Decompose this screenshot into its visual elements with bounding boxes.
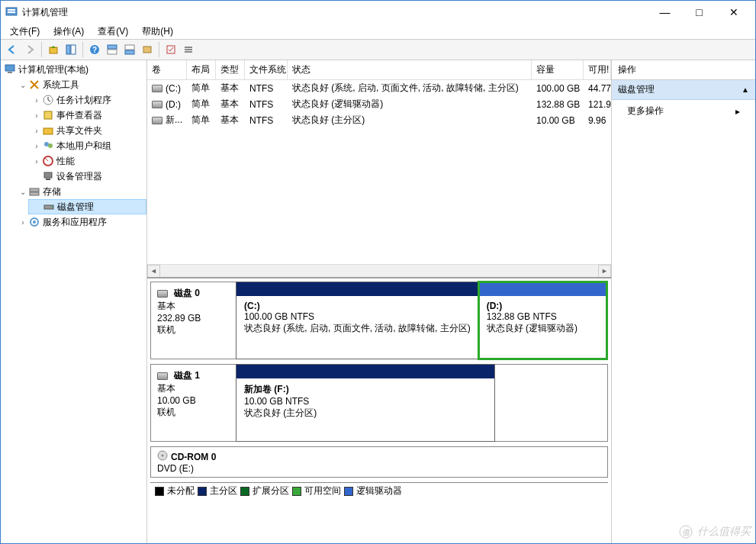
svg-rect-25 (44, 172, 52, 178)
tree-root[interactable]: 计算机管理(本地) (1, 62, 146, 77)
col-filesystem[interactable]: 文件系统 (245, 60, 288, 79)
svg-rect-17 (5, 65, 14, 71)
volume-body[interactable]: (C:) 简单 基本 NTFS 状态良好 (系统, 启动, 页面文件, 活动, … (147, 80, 611, 264)
tree-system-tools[interactable]: ⌄ 系统工具 (14, 77, 146, 92)
volume-icon (152, 101, 162, 108)
tree-system-tools-label: 系统工具 (43, 79, 79, 92)
up-button[interactable] (45, 41, 62, 58)
legend-logical-swatch (344, 487, 353, 496)
menu-view[interactable]: 查看(V) (92, 24, 134, 40)
collapse-icon[interactable]: ⌄ (18, 188, 28, 196)
tree-services-apps[interactable]: › 服务和应用程序 (14, 214, 146, 230)
horizontal-scrollbar[interactable]: ◄ ► (147, 264, 611, 277)
col-layout[interactable]: 布局 (187, 60, 216, 79)
legend-extended: 扩展分区 (253, 484, 289, 497)
view-top-button[interactable] (104, 41, 121, 58)
tree-storage[interactable]: ⌄ 存储 (14, 184, 146, 199)
svg-point-23 (48, 143, 53, 148)
menubar: 文件(F) 操作(A) 查看(V) 帮助(H) (1, 24, 755, 39)
svg-rect-3 (50, 47, 57, 53)
partition-d[interactable]: (D:) 132.88 GB NTFS 状态良好 (逻辑驱动器) (478, 282, 607, 359)
partition-bar-primary (236, 282, 478, 296)
partition-status: 状态良好 (逻辑驱动器) (487, 323, 577, 333)
scroll-right-button[interactable]: ► (598, 265, 611, 278)
minimize-button[interactable]: — (648, 2, 682, 24)
view-bottom-button[interactable] (121, 41, 138, 58)
actions-more[interactable]: 更多操作 ▸ (612, 100, 755, 122)
actions-category-disk-management[interactable]: 磁盘管理 ▲ (612, 80, 755, 100)
expand-icon[interactable]: › (31, 111, 42, 120)
center-panel: 卷 布局 类型 文件系统 状态 容量 可用! (C:) 简单 基本 NTFS 状… (147, 60, 612, 543)
tree-device-manager[interactable]: 设备管理器 (28, 169, 146, 184)
list-button[interactable] (180, 41, 197, 58)
expand-icon[interactable]: › (31, 157, 42, 166)
tree-performance[interactable]: ›性能 (28, 153, 146, 169)
svg-text:?: ? (92, 46, 97, 54)
storage-icon (28, 185, 40, 198)
expand-icon[interactable]: › (31, 142, 42, 150)
volume-icon (152, 117, 162, 124)
menu-file[interactable]: 文件(F) (4, 24, 46, 40)
legend-unallocated-swatch (155, 487, 164, 496)
help-button[interactable]: ? (86, 41, 103, 58)
perf-icon (42, 155, 54, 167)
table-row[interactable]: (C:) 简单 基本 NTFS 状态良好 (系统, 启动, 页面文件, 活动, … (147, 80, 611, 96)
expand-icon[interactable]: › (31, 96, 42, 105)
tree-disk-management[interactable]: 磁盘管理 (28, 199, 146, 214)
col-type[interactable]: 类型 (216, 60, 245, 79)
col-capacity[interactable]: 容量 (532, 60, 584, 79)
refresh-button[interactable] (162, 41, 179, 58)
partition-c[interactable]: (C:) 100.00 GB NTFS 状态良好 (系统, 启动, 页面文件, … (236, 282, 479, 359)
back-button[interactable] (4, 41, 21, 58)
expand-icon[interactable]: › (31, 127, 42, 135)
legend-primary-swatch (198, 487, 207, 496)
partition-size: 100.00 GB NTFS (244, 311, 314, 322)
close-button[interactable]: ✕ (716, 2, 751, 24)
scroll-track[interactable] (160, 265, 598, 278)
col-volume[interactable]: 卷 (147, 60, 187, 79)
vol-name: (C:) (166, 83, 181, 94)
legend-extended-swatch (240, 487, 249, 496)
partition-status: 状态良好 (系统, 启动, 页面文件, 活动, 故障转储, 主分区) (244, 323, 471, 333)
forward-button[interactable] (21, 41, 38, 58)
tree-local-users[interactable]: ›本地用户和组 (28, 138, 146, 153)
maximize-button[interactable]: □ (682, 2, 716, 24)
svg-rect-18 (8, 72, 12, 73)
cdrom-drive: DVD (E:) (157, 463, 601, 474)
partition-title: (D:) (487, 301, 503, 311)
table-row[interactable]: 新... 简单 基本 NTFS 状态良好 (主分区) 10.00 GB 9.96 (147, 112, 611, 128)
partition-title: (C:) (244, 301, 260, 311)
legend-primary: 主分区 (210, 484, 237, 497)
legend-logical: 逻辑驱动器 (356, 484, 402, 497)
collapse-icon[interactable]: ⌄ (18, 81, 28, 89)
tree-task-scheduler[interactable]: ›任务计划程序 (28, 92, 146, 108)
actions-category-label: 磁盘管理 (618, 83, 655, 96)
table-row[interactable]: (D:) 简单 基本 NTFS 状态良好 (逻辑驱动器) 132.88 GB 1… (147, 96, 611, 112)
col-status[interactable]: 状态 (288, 60, 532, 79)
tree-event-viewer[interactable]: ›事件查看器 (28, 108, 146, 123)
menu-help[interactable]: 帮助(H) (136, 24, 179, 40)
disk-0[interactable]: 磁盘 0 基本 232.89 GB 联机 (C:) 100.00 GB NTFS… (150, 282, 608, 359)
device-icon (42, 170, 54, 182)
show-hide-tree-button[interactable] (63, 41, 79, 58)
settings-button[interactable] (139, 41, 156, 58)
partition-title: 新加卷 (F:) (244, 384, 289, 394)
cdrom-0[interactable]: CD-ROM 0 DVD (E:) (150, 446, 608, 478)
scroll-left-button[interactable]: ◄ (147, 265, 160, 278)
tree-panel[interactable]: 计算机管理(本地) ⌄ 系统工具 ›任务计划程序 ›事件查看器 ›共享文件夹 ›… (1, 60, 147, 543)
expand-icon[interactable]: › (18, 218, 28, 227)
vol-name: (D:) (166, 99, 181, 110)
collapse-arrow-icon: ▲ (742, 85, 749, 94)
disk-1[interactable]: 磁盘 1 基本 10.00 GB 联机 新加卷 (F:) 10.00 GB NT… (150, 364, 608, 442)
svg-rect-5 (71, 45, 76, 54)
disk-0-info: 磁盘 0 基本 232.89 GB 联机 (151, 282, 236, 359)
partition-f[interactable]: 新加卷 (F:) 10.00 GB NTFS 状态良好 (主分区) (236, 364, 495, 442)
computer-icon (4, 63, 16, 76)
col-free[interactable]: 可用! (584, 60, 611, 79)
actions-more-label: 更多操作 (627, 105, 664, 117)
legend-free-swatch (292, 487, 301, 496)
menu-action[interactable]: 操作(A) (47, 24, 90, 40)
partition-size: 10.00 GB NTFS (244, 396, 309, 407)
vol-name: 新... (166, 114, 182, 127)
tree-shared-folders[interactable]: ›共享文件夹 (28, 123, 146, 138)
